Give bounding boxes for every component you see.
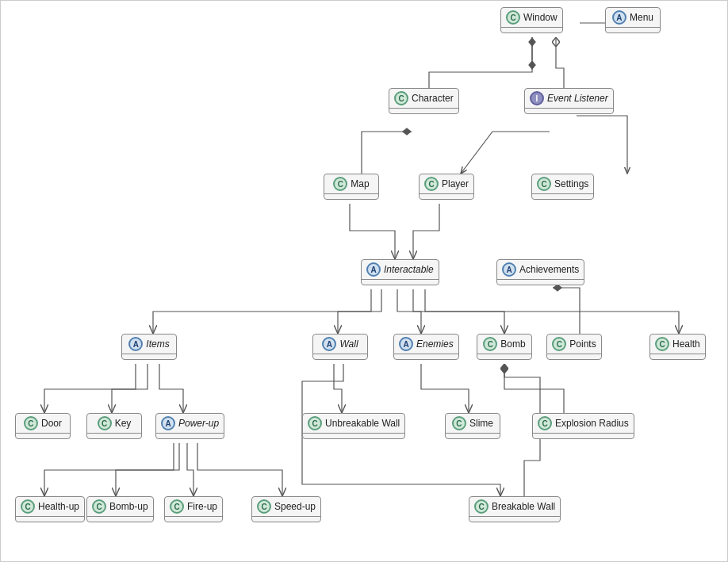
badge-bombup: C [92,499,106,514]
node-header-achievements: AAchievements [497,260,584,279]
body-slime [446,434,500,438]
badge-health: C [655,337,669,351]
node-label-health: Health [672,338,700,350]
node-interactable: AInteractable [361,259,439,285]
body-bombup [87,517,153,522]
body-achievements [497,280,584,285]
node-settings: CSettings [531,174,594,200]
node-speedup: CSpeed-up [251,496,321,522]
node-header-player: CPlayer [420,174,473,193]
badge-key: C [98,416,112,430]
badge-eventlistener: I [530,91,544,105]
badge-wall: A [322,337,336,351]
node-header-powerup: APower-up [156,414,224,433]
node-label-window: Window [523,12,557,23]
node-label-speedup: Speed-up [274,501,316,512]
body-key [87,434,141,438]
node-label-wall: Wall [339,338,358,350]
node-header-fireup: CFire-up [165,497,222,516]
node-header-speedup: CSpeed-up [252,497,320,516]
node-label-enemies: Enemies [416,338,454,350]
body-points [547,354,601,359]
node-achievements: AAchievements [496,259,584,285]
badge-points: C [552,337,566,351]
node-label-healthup: Health-up [38,501,79,512]
node-header-settings: CSettings [532,174,593,193]
node-key: CKey [86,413,142,439]
node-label-achievements: Achievements [519,264,579,275]
node-label-slime: Slime [469,418,493,429]
body-character [389,109,458,113]
badge-powerup: A [161,416,175,430]
node-label-fireup: Fire-up [187,501,217,512]
node-menu: AMenu [605,7,661,33]
body-menu [606,28,660,32]
badge-slime: C [452,416,466,430]
node-bombup: CBomb-up [86,496,154,522]
body-items [122,354,176,359]
node-label-eventlistener: Event Listener [547,93,608,104]
badge-bomb: C [483,337,497,351]
badge-enemies: A [399,337,413,351]
node-items: AItems [121,334,177,360]
node-header-wall: AWall [317,335,362,354]
node-header-bomb: CBomb [478,335,530,354]
node-label-interactable: Interactable [384,264,434,275]
body-map [324,194,378,199]
body-healthup [16,517,84,522]
badge-settings: C [537,177,551,191]
node-label-menu: Menu [630,12,653,23]
node-header-health: CHealth [650,335,705,354]
badge-items: A [128,337,143,351]
node-map: CMap [324,174,379,200]
diagram-container: CWindowAMenuCCharacterIEvent ListenerCMa… [0,0,728,562]
node-header-eventlistener: IEvent Listener [525,89,613,108]
node-header-breakablewall: CBreakable Wall [469,497,560,516]
badge-explosionradius: C [538,416,552,430]
node-label-explosionradius: Explosion Radius [555,418,629,429]
badge-interactable: A [366,262,381,277]
badge-breakablewall: C [474,499,489,514]
node-header-slime: CSlime [447,414,498,433]
node-label-map: Map [351,178,369,189]
badge-character: C [394,91,408,105]
node-slime: CSlime [445,413,500,439]
node-label-bombup: Bomb-up [109,501,148,512]
node-label-settings: Settings [554,178,588,189]
node-breakablewall: CBreakable Wall [469,496,561,522]
node-header-healthup: CHealth-up [16,497,84,516]
node-header-map: CMap [328,174,374,193]
node-header-menu: AMenu [607,8,658,27]
node-header-interactable: AInteractable [362,260,439,279]
badge-window: C [506,10,520,25]
body-window [501,28,562,32]
node-health: CHealth [649,334,706,360]
node-header-unbreakwall: CUnbreakable Wall [303,414,404,433]
node-header-key: CKey [93,414,136,433]
body-settings [532,194,593,199]
body-wall [313,354,367,359]
body-enemies [394,354,458,359]
badge-player: C [424,177,439,191]
node-healthup: CHealth-up [15,496,85,522]
node-label-powerup: Power-up [178,418,219,429]
node-header-items: AItems [124,335,174,354]
body-player [420,194,473,199]
badge-fireup: C [170,499,184,514]
node-window: CWindow [500,7,563,33]
node-header-explosionradius: CExplosion Radius [533,414,634,433]
badge-map: C [333,177,347,191]
node-header-enemies: AEnemies [394,335,458,354]
node-label-breakablewall: Breakable Wall [492,501,555,512]
node-explosionradius: CExplosion Radius [532,413,634,439]
body-explosionradius [533,434,634,438]
node-header-door: CDoor [19,414,67,433]
node-header-bombup: CBomb-up [87,497,153,516]
body-door [16,434,70,438]
node-character: CCharacter [389,88,459,114]
badge-speedup: C [257,499,271,514]
body-health [650,354,705,359]
node-label-items: Items [146,338,169,350]
node-label-bomb: Bomb [500,338,525,350]
node-powerup: APower-up [155,413,224,439]
